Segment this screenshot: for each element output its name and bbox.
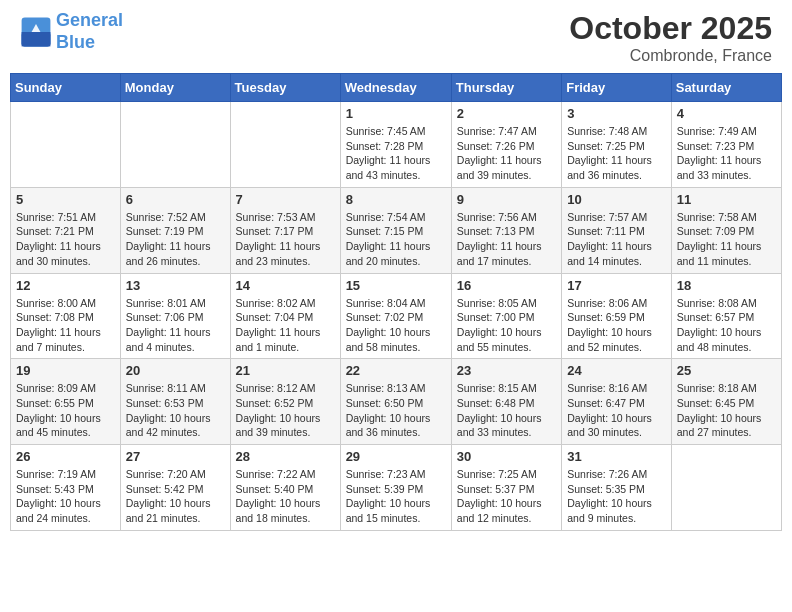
day-cell: 19Sunrise: 8:09 AM Sunset: 6:55 PM Dayli… — [11, 359, 121, 445]
logo-line1: General — [56, 10, 123, 30]
day-info: Sunrise: 8:02 AM Sunset: 7:04 PM Dayligh… — [236, 296, 335, 355]
day-cell: 11Sunrise: 7:58 AM Sunset: 7:09 PM Dayli… — [671, 187, 781, 273]
day-number: 20 — [126, 363, 225, 378]
day-cell: 16Sunrise: 8:05 AM Sunset: 7:00 PM Dayli… — [451, 273, 561, 359]
day-number: 24 — [567, 363, 666, 378]
day-info: Sunrise: 7:48 AM Sunset: 7:25 PM Dayligh… — [567, 124, 666, 183]
page-header: General Blue October 2025 Combronde, Fra… — [10, 10, 782, 65]
week-row-3: 12Sunrise: 8:00 AM Sunset: 7:08 PM Dayli… — [11, 273, 782, 359]
day-info: Sunrise: 7:47 AM Sunset: 7:26 PM Dayligh… — [457, 124, 556, 183]
day-number: 17 — [567, 278, 666, 293]
day-info: Sunrise: 7:57 AM Sunset: 7:11 PM Dayligh… — [567, 210, 666, 269]
day-cell: 4Sunrise: 7:49 AM Sunset: 7:23 PM Daylig… — [671, 102, 781, 188]
day-info: Sunrise: 7:26 AM Sunset: 5:35 PM Dayligh… — [567, 467, 666, 526]
calendar-table: SundayMondayTuesdayWednesdayThursdayFrid… — [10, 73, 782, 531]
day-cell: 17Sunrise: 8:06 AM Sunset: 6:59 PM Dayli… — [562, 273, 672, 359]
day-cell: 3Sunrise: 7:48 AM Sunset: 7:25 PM Daylig… — [562, 102, 672, 188]
day-info: Sunrise: 7:54 AM Sunset: 7:15 PM Dayligh… — [346, 210, 446, 269]
day-cell: 24Sunrise: 8:16 AM Sunset: 6:47 PM Dayli… — [562, 359, 672, 445]
day-cell: 29Sunrise: 7:23 AM Sunset: 5:39 PM Dayli… — [340, 445, 451, 531]
day-number: 30 — [457, 449, 556, 464]
day-cell: 14Sunrise: 8:02 AM Sunset: 7:04 PM Dayli… — [230, 273, 340, 359]
day-number: 26 — [16, 449, 115, 464]
day-cell — [11, 102, 121, 188]
day-number: 21 — [236, 363, 335, 378]
day-info: Sunrise: 8:16 AM Sunset: 6:47 PM Dayligh… — [567, 381, 666, 440]
weekday-wednesday: Wednesday — [340, 74, 451, 102]
weekday-monday: Monday — [120, 74, 230, 102]
day-info: Sunrise: 7:19 AM Sunset: 5:43 PM Dayligh… — [16, 467, 115, 526]
logo-text: General Blue — [56, 10, 123, 53]
day-info: Sunrise: 7:45 AM Sunset: 7:28 PM Dayligh… — [346, 124, 446, 183]
week-row-1: 1Sunrise: 7:45 AM Sunset: 7:28 PM Daylig… — [11, 102, 782, 188]
week-row-2: 5Sunrise: 7:51 AM Sunset: 7:21 PM Daylig… — [11, 187, 782, 273]
day-number: 15 — [346, 278, 446, 293]
day-info: Sunrise: 7:23 AM Sunset: 5:39 PM Dayligh… — [346, 467, 446, 526]
day-number: 1 — [346, 106, 446, 121]
day-cell: 2Sunrise: 7:47 AM Sunset: 7:26 PM Daylig… — [451, 102, 561, 188]
day-number: 28 — [236, 449, 335, 464]
day-number: 9 — [457, 192, 556, 207]
day-cell: 15Sunrise: 8:04 AM Sunset: 7:02 PM Dayli… — [340, 273, 451, 359]
day-cell: 28Sunrise: 7:22 AM Sunset: 5:40 PM Dayli… — [230, 445, 340, 531]
day-info: Sunrise: 7:56 AM Sunset: 7:13 PM Dayligh… — [457, 210, 556, 269]
day-number: 23 — [457, 363, 556, 378]
day-cell: 21Sunrise: 8:12 AM Sunset: 6:52 PM Dayli… — [230, 359, 340, 445]
day-number: 13 — [126, 278, 225, 293]
day-info: Sunrise: 7:51 AM Sunset: 7:21 PM Dayligh… — [16, 210, 115, 269]
logo: General Blue — [20, 10, 123, 53]
day-number: 16 — [457, 278, 556, 293]
day-number: 2 — [457, 106, 556, 121]
day-info: Sunrise: 7:52 AM Sunset: 7:19 PM Dayligh… — [126, 210, 225, 269]
weekday-tuesday: Tuesday — [230, 74, 340, 102]
day-cell: 26Sunrise: 7:19 AM Sunset: 5:43 PM Dayli… — [11, 445, 121, 531]
day-number: 22 — [346, 363, 446, 378]
day-cell: 6Sunrise: 7:52 AM Sunset: 7:19 PM Daylig… — [120, 187, 230, 273]
day-info: Sunrise: 8:13 AM Sunset: 6:50 PM Dayligh… — [346, 381, 446, 440]
day-number: 6 — [126, 192, 225, 207]
day-cell: 23Sunrise: 8:15 AM Sunset: 6:48 PM Dayli… — [451, 359, 561, 445]
day-number: 4 — [677, 106, 776, 121]
day-info: Sunrise: 8:08 AM Sunset: 6:57 PM Dayligh… — [677, 296, 776, 355]
day-number: 3 — [567, 106, 666, 121]
weekday-header-row: SundayMondayTuesdayWednesdayThursdayFrid… — [11, 74, 782, 102]
day-cell: 22Sunrise: 8:13 AM Sunset: 6:50 PM Dayli… — [340, 359, 451, 445]
day-number: 19 — [16, 363, 115, 378]
day-info: Sunrise: 8:11 AM Sunset: 6:53 PM Dayligh… — [126, 381, 225, 440]
location: Combronde, France — [569, 47, 772, 65]
day-info: Sunrise: 8:09 AM Sunset: 6:55 PM Dayligh… — [16, 381, 115, 440]
month-title: October 2025 — [569, 10, 772, 47]
week-row-5: 26Sunrise: 7:19 AM Sunset: 5:43 PM Dayli… — [11, 445, 782, 531]
day-number: 18 — [677, 278, 776, 293]
day-cell: 31Sunrise: 7:26 AM Sunset: 5:35 PM Dayli… — [562, 445, 672, 531]
day-info: Sunrise: 8:05 AM Sunset: 7:00 PM Dayligh… — [457, 296, 556, 355]
day-cell: 12Sunrise: 8:00 AM Sunset: 7:08 PM Dayli… — [11, 273, 121, 359]
weekday-saturday: Saturday — [671, 74, 781, 102]
day-info: Sunrise: 8:01 AM Sunset: 7:06 PM Dayligh… — [126, 296, 225, 355]
day-cell: 8Sunrise: 7:54 AM Sunset: 7:15 PM Daylig… — [340, 187, 451, 273]
day-cell: 5Sunrise: 7:51 AM Sunset: 7:21 PM Daylig… — [11, 187, 121, 273]
day-cell — [120, 102, 230, 188]
day-number: 29 — [346, 449, 446, 464]
day-number: 7 — [236, 192, 335, 207]
day-info: Sunrise: 8:15 AM Sunset: 6:48 PM Dayligh… — [457, 381, 556, 440]
day-info: Sunrise: 8:00 AM Sunset: 7:08 PM Dayligh… — [16, 296, 115, 355]
day-info: Sunrise: 8:06 AM Sunset: 6:59 PM Dayligh… — [567, 296, 666, 355]
day-info: Sunrise: 8:12 AM Sunset: 6:52 PM Dayligh… — [236, 381, 335, 440]
week-row-4: 19Sunrise: 8:09 AM Sunset: 6:55 PM Dayli… — [11, 359, 782, 445]
day-cell: 7Sunrise: 7:53 AM Sunset: 7:17 PM Daylig… — [230, 187, 340, 273]
day-info: Sunrise: 7:20 AM Sunset: 5:42 PM Dayligh… — [126, 467, 225, 526]
day-cell: 30Sunrise: 7:25 AM Sunset: 5:37 PM Dayli… — [451, 445, 561, 531]
day-number: 10 — [567, 192, 666, 207]
weekday-sunday: Sunday — [11, 74, 121, 102]
day-number: 14 — [236, 278, 335, 293]
day-number: 27 — [126, 449, 225, 464]
day-cell: 27Sunrise: 7:20 AM Sunset: 5:42 PM Dayli… — [120, 445, 230, 531]
logo-icon — [20, 16, 52, 48]
title-area: October 2025 Combronde, France — [569, 10, 772, 65]
day-cell: 20Sunrise: 8:11 AM Sunset: 6:53 PM Dayli… — [120, 359, 230, 445]
day-info: Sunrise: 7:49 AM Sunset: 7:23 PM Dayligh… — [677, 124, 776, 183]
day-info: Sunrise: 7:22 AM Sunset: 5:40 PM Dayligh… — [236, 467, 335, 526]
day-cell: 1Sunrise: 7:45 AM Sunset: 7:28 PM Daylig… — [340, 102, 451, 188]
day-info: Sunrise: 7:58 AM Sunset: 7:09 PM Dayligh… — [677, 210, 776, 269]
